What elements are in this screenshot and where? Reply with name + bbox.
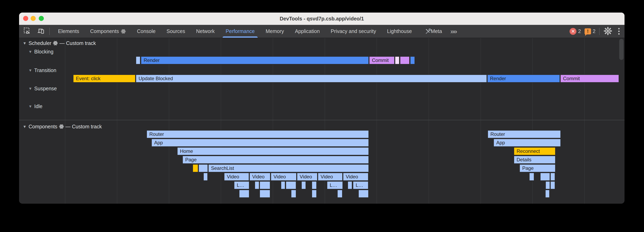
tab-elements[interactable]: Elements [52, 25, 84, 38]
track-label-text: Components [28, 124, 58, 129]
more-options-menu-icon[interactable] [616, 27, 622, 35]
flame-bar-page[interactable]: Page [182, 156, 369, 164]
tab-console[interactable]: Console [132, 25, 161, 38]
flame-bar[interactable] [255, 181, 259, 189]
tab-label: Memory [266, 28, 284, 34]
flame-bar-app[interactable]: App [151, 139, 369, 147]
error-badge[interactable]: ✕ 2 [570, 28, 581, 35]
flame-bar-searchlist[interactable]: SearchList [208, 164, 369, 172]
flame-bar-render[interactable]: Render [141, 56, 369, 64]
flame-bar[interactable] [239, 190, 249, 198]
flame-bar-video[interactable]: Video [224, 173, 249, 181]
scheduler-row-suspense[interactable]: ▼Suspense [28, 84, 57, 93]
scheduler-row-transition[interactable]: ▼Transition [28, 66, 56, 74]
scheduler-row-blocking[interactable]: ▼Blocking [28, 48, 53, 56]
flame-bar[interactable] [550, 181, 555, 189]
flame-bar-router[interactable]: Router [146, 130, 369, 138]
flame-bar-video[interactable]: Video [297, 173, 318, 181]
tab-components[interactable]: Components [84, 25, 132, 38]
flame-bar[interactable] [260, 181, 270, 189]
flame-bar[interactable] [260, 190, 270, 198]
flame-bar-router[interactable]: Router [488, 130, 561, 138]
flame-bar-reconnect[interactable]: Reconnect [514, 147, 556, 155]
flame-bar[interactable] [358, 190, 369, 198]
flame-bar-app[interactable]: App [494, 139, 561, 147]
warning-icon: ! [584, 28, 591, 34]
tab-memory[interactable]: Memory [260, 25, 289, 38]
collapse-triangle-icon: ▼ [23, 124, 26, 129]
timeline-gridline [480, 38, 481, 204]
flame-bar[interactable] [192, 164, 198, 172]
collapse-triangle-icon: ▼ [28, 50, 32, 54]
flame-bar-update-blocked[interactable]: Update Blocked [136, 75, 487, 83]
track-section-divider [19, 120, 624, 120]
tab-network[interactable]: Network [190, 25, 220, 38]
timeline-gridline [428, 38, 429, 204]
track-label-text: Transition [34, 67, 56, 73]
flame-bar[interactable] [281, 181, 285, 189]
flame-bar[interactable] [545, 190, 550, 198]
flame-bar[interactable] [312, 181, 317, 189]
flame-bar-commit[interactable]: Commit [560, 75, 619, 83]
flame-bar[interactable] [546, 181, 550, 189]
scheduler-row-idle[interactable]: ▼Idle [28, 102, 42, 110]
scheduler-track-header[interactable]: ▼Scheduler — Custom track [23, 39, 96, 47]
error-icon: ✕ [570, 28, 576, 35]
flame-bar-details[interactable]: Details [514, 156, 556, 164]
flame-bar-l-[interactable]: L… [353, 181, 368, 189]
flame-bar-commit[interactable]: Commit [369, 56, 395, 64]
flame-bar-l-[interactable]: L… [327, 181, 343, 189]
flame-bar[interactable] [410, 56, 415, 64]
components-track-header[interactable]: ▼Components — Custom track [23, 122, 102, 130]
flame-bar[interactable] [136, 56, 140, 64]
device-toolbar-icon[interactable] [37, 27, 45, 35]
inspect-element-icon[interactable] [24, 27, 31, 35]
flame-bar[interactable] [291, 190, 296, 198]
flame-bar-video[interactable]: Video [343, 173, 368, 181]
desktop-background: DevTools - qsvd7p.csb.app/video/1 Elemen… [0, 0, 644, 232]
issues-badge[interactable]: ! 2 [584, 28, 596, 34]
flame-bar[interactable] [395, 56, 400, 64]
warning-count: 2 [593, 28, 596, 34]
flame-bar-video[interactable]: Video [249, 173, 270, 181]
flame-bar-l-[interactable]: L… [234, 181, 249, 189]
flame-bar-event-click[interactable]: Event: click [73, 75, 136, 83]
settings-gear-icon[interactable] [603, 26, 612, 36]
flame-bar[interactable] [348, 181, 352, 189]
flame-bar[interactable] [203, 173, 208, 181]
tab-lighthouse[interactable]: Lighthouse [382, 25, 417, 38]
flame-bar-home[interactable]: Home [177, 147, 369, 155]
flame-bar[interactable] [198, 164, 208, 172]
timeline-gridline [584, 38, 585, 204]
toolbar-right-cluster: ✕ 2 ! 2 [570, 25, 622, 38]
tab-performance[interactable]: Performance [220, 25, 260, 38]
flame-bar[interactable] [529, 173, 534, 181]
flame-bar[interactable] [400, 56, 410, 64]
flame-bar[interactable] [312, 190, 317, 198]
timeline-gridline [117, 38, 117, 204]
tab-label: Elements [58, 28, 79, 34]
error-count: 2 [578, 28, 581, 34]
tab-label: Privacy and security [331, 28, 376, 34]
track-label-text: Suspense [34, 86, 57, 91]
more-tabs-button[interactable]: »» [448, 27, 459, 35]
vertical-scrollbar-thumb[interactable] [619, 39, 624, 60]
flame-bar-video[interactable]: Video [271, 173, 297, 181]
tab-privacy-and-security[interactable]: Privacy and security [325, 25, 382, 38]
devtools-window: DevTools - qsvd7p.csb.app/video/1 Elemen… [19, 12, 624, 204]
flame-bar[interactable] [301, 181, 306, 189]
toolbar-divider [599, 28, 600, 35]
collapse-triangle-icon: ▼ [28, 68, 32, 73]
flame-bar[interactable] [540, 173, 550, 181]
flame-bar[interactable] [286, 181, 296, 189]
tab-application[interactable]: Application [290, 25, 325, 38]
flame-bar[interactable] [550, 173, 555, 181]
flame-bar-page[interactable]: Page [520, 164, 556, 172]
track-label-suffix: — Custom track [58, 40, 96, 46]
tab-meta[interactable]: Meta [417, 25, 448, 38]
tab-label: Components [90, 28, 119, 34]
flame-bar-video[interactable]: Video [318, 173, 343, 181]
tab-sources[interactable]: Sources [161, 25, 191, 38]
flame-bar-render[interactable]: Render [487, 75, 560, 83]
flame-bar[interactable] [337, 190, 342, 198]
